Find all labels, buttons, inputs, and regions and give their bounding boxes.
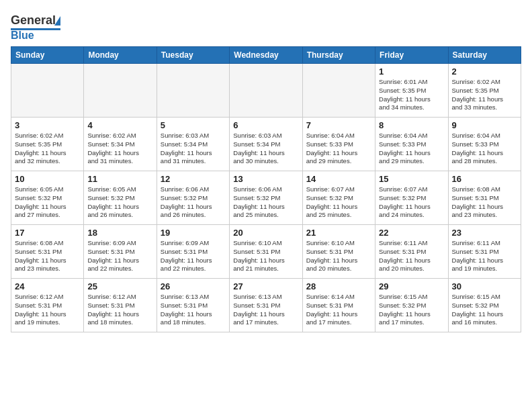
day-info: Sunrise: 6:06 AM Sunset: 5:32 PM Dayligh… xyxy=(161,185,226,220)
calendar-cell xyxy=(84,64,157,118)
svg-text:Blue: Blue xyxy=(11,30,34,41)
calendar-week-4: 17Sunrise: 6:08 AM Sunset: 5:31 PM Dayli… xyxy=(11,225,521,279)
day-info: Sunrise: 6:02 AM Sunset: 5:34 PM Dayligh… xyxy=(87,132,152,166)
day-info: Sunrise: 6:03 AM Sunset: 5:34 PM Dayligh… xyxy=(161,132,226,166)
day-info: Sunrise: 6:06 AM Sunset: 5:32 PM Dayligh… xyxy=(233,185,298,220)
day-info: Sunrise: 6:02 AM Sunset: 5:35 PM Dayligh… xyxy=(452,78,517,112)
calendar-week-5: 24Sunrise: 6:12 AM Sunset: 5:31 PM Dayli… xyxy=(11,279,521,332)
day-info: Sunrise: 6:09 AM Sunset: 5:31 PM Dayligh… xyxy=(87,239,152,273)
day-number: 4 xyxy=(87,120,152,130)
day-number: 18 xyxy=(87,228,152,238)
day-number: 9 xyxy=(452,120,517,130)
day-info: Sunrise: 6:03 AM Sunset: 5:34 PM Dayligh… xyxy=(233,132,298,166)
calendar-cell: 23Sunrise: 6:11 AM Sunset: 5:31 PM Dayli… xyxy=(448,225,521,279)
day-number: 15 xyxy=(379,174,444,184)
calendar-table: SundayMondayTuesdayWednesdayThursdayFrid… xyxy=(11,46,521,332)
day-number: 26 xyxy=(161,281,226,291)
day-info: Sunrise: 6:02 AM Sunset: 5:35 PM Dayligh… xyxy=(15,132,80,166)
calendar-cell: 3Sunrise: 6:02 AM Sunset: 5:35 PM Daylig… xyxy=(11,118,84,171)
day-of-week-saturday: Saturday xyxy=(448,47,521,64)
day-number: 29 xyxy=(379,281,444,291)
calendar-cell: 4Sunrise: 6:02 AM Sunset: 5:34 PM Daylig… xyxy=(84,118,157,171)
day-info: Sunrise: 6:09 AM Sunset: 5:31 PM Dayligh… xyxy=(161,239,226,273)
day-info: Sunrise: 6:07 AM Sunset: 5:32 PM Dayligh… xyxy=(306,185,371,220)
svg-text:General: General xyxy=(11,13,56,27)
day-number: 14 xyxy=(306,174,371,184)
calendar-cell: 17Sunrise: 6:08 AM Sunset: 5:31 PM Dayli… xyxy=(11,225,84,279)
day-info: Sunrise: 6:13 AM Sunset: 5:31 PM Dayligh… xyxy=(161,293,226,327)
calendar-cell: 1Sunrise: 6:01 AM Sunset: 5:35 PM Daylig… xyxy=(375,64,448,118)
day-info: Sunrise: 6:11 AM Sunset: 5:31 PM Dayligh… xyxy=(379,239,444,273)
calendar-cell: 10Sunrise: 6:05 AM Sunset: 5:32 PM Dayli… xyxy=(11,171,84,225)
day-info: Sunrise: 6:04 AM Sunset: 5:33 PM Dayligh… xyxy=(379,132,444,166)
calendar-cell: 27Sunrise: 6:13 AM Sunset: 5:31 PM Dayli… xyxy=(230,279,302,332)
day-info: Sunrise: 6:05 AM Sunset: 5:32 PM Dayligh… xyxy=(87,185,152,220)
day-info: Sunrise: 6:14 AM Sunset: 5:31 PM Dayligh… xyxy=(306,293,371,327)
day-number: 30 xyxy=(452,281,517,291)
day-number: 24 xyxy=(15,281,80,291)
day-number: 23 xyxy=(452,228,517,238)
day-info: Sunrise: 6:04 AM Sunset: 5:33 PM Dayligh… xyxy=(306,132,371,166)
day-number: 11 xyxy=(87,174,152,184)
calendar-cell xyxy=(157,64,229,118)
day-info: Sunrise: 6:10 AM Sunset: 5:31 PM Dayligh… xyxy=(233,239,298,273)
calendar-cell: 29Sunrise: 6:15 AM Sunset: 5:32 PM Dayli… xyxy=(375,279,448,332)
day-number: 7 xyxy=(306,120,371,130)
calendar-cell: 8Sunrise: 6:04 AM Sunset: 5:33 PM Daylig… xyxy=(375,118,448,171)
calendar-cell: 14Sunrise: 6:07 AM Sunset: 5:32 PM Dayli… xyxy=(302,171,375,225)
day-info: Sunrise: 6:05 AM Sunset: 5:32 PM Dayligh… xyxy=(15,185,80,220)
day-number: 2 xyxy=(452,66,517,77)
day-info: Sunrise: 6:08 AM Sunset: 5:31 PM Dayligh… xyxy=(15,239,80,273)
day-number: 27 xyxy=(233,281,298,291)
day-of-week-thursday: Thursday xyxy=(302,47,375,64)
calendar-cell: 30Sunrise: 6:15 AM Sunset: 5:32 PM Dayli… xyxy=(448,279,521,332)
day-number: 1 xyxy=(379,66,444,77)
day-info: Sunrise: 6:08 AM Sunset: 5:31 PM Dayligh… xyxy=(452,185,517,220)
logo-svg: General Blue xyxy=(11,11,64,41)
calendar-cell: 9Sunrise: 6:04 AM Sunset: 5:33 PM Daylig… xyxy=(448,118,521,171)
calendar-cell xyxy=(230,64,302,118)
calendar-cell: 18Sunrise: 6:09 AM Sunset: 5:31 PM Dayli… xyxy=(84,225,157,279)
day-info: Sunrise: 6:12 AM Sunset: 5:31 PM Dayligh… xyxy=(87,293,152,327)
calendar-header-row: SundayMondayTuesdayWednesdayThursdayFrid… xyxy=(11,47,521,64)
day-number: 16 xyxy=(452,174,517,184)
calendar-week-2: 3Sunrise: 6:02 AM Sunset: 5:35 PM Daylig… xyxy=(11,118,521,171)
calendar-cell: 2Sunrise: 6:02 AM Sunset: 5:35 PM Daylig… xyxy=(448,64,521,118)
day-number: 6 xyxy=(233,120,298,130)
calendar-week-1: 1Sunrise: 6:01 AM Sunset: 5:35 PM Daylig… xyxy=(11,64,521,118)
day-number: 3 xyxy=(15,120,80,130)
calendar-cell: 21Sunrise: 6:10 AM Sunset: 5:31 PM Dayli… xyxy=(302,225,375,279)
day-of-week-sunday: Sunday xyxy=(11,47,84,64)
day-number: 10 xyxy=(15,174,80,184)
day-info: Sunrise: 6:10 AM Sunset: 5:31 PM Dayligh… xyxy=(306,239,371,273)
day-info: Sunrise: 6:11 AM Sunset: 5:31 PM Dayligh… xyxy=(452,239,517,273)
day-info: Sunrise: 6:15 AM Sunset: 5:32 PM Dayligh… xyxy=(379,293,444,327)
day-info: Sunrise: 6:13 AM Sunset: 5:31 PM Dayligh… xyxy=(233,293,298,327)
calendar-cell: 16Sunrise: 6:08 AM Sunset: 5:31 PM Dayli… xyxy=(448,171,521,225)
calendar-cell: 24Sunrise: 6:12 AM Sunset: 5:31 PM Dayli… xyxy=(11,279,84,332)
day-info: Sunrise: 6:01 AM Sunset: 5:35 PM Dayligh… xyxy=(379,78,444,112)
calendar-cell: 5Sunrise: 6:03 AM Sunset: 5:34 PM Daylig… xyxy=(157,118,229,171)
calendar-cell: 25Sunrise: 6:12 AM Sunset: 5:31 PM Dayli… xyxy=(84,279,157,332)
calendar-cell: 26Sunrise: 6:13 AM Sunset: 5:31 PM Dayli… xyxy=(157,279,229,332)
day-number: 21 xyxy=(306,228,371,238)
calendar-cell: 11Sunrise: 6:05 AM Sunset: 5:32 PM Dayli… xyxy=(84,171,157,225)
calendar-cell: 19Sunrise: 6:09 AM Sunset: 5:31 PM Dayli… xyxy=(157,225,229,279)
day-of-week-tuesday: Tuesday xyxy=(157,47,229,64)
day-number: 22 xyxy=(379,228,444,238)
day-number: 19 xyxy=(161,228,226,238)
day-of-week-friday: Friday xyxy=(375,47,448,64)
calendar-week-3: 10Sunrise: 6:05 AM Sunset: 5:32 PM Dayli… xyxy=(11,171,521,225)
calendar-cell: 7Sunrise: 6:04 AM Sunset: 5:33 PM Daylig… xyxy=(302,118,375,171)
day-number: 20 xyxy=(233,228,298,238)
day-info: Sunrise: 6:12 AM Sunset: 5:31 PM Dayligh… xyxy=(15,293,80,327)
calendar-cell: 22Sunrise: 6:11 AM Sunset: 5:31 PM Dayli… xyxy=(375,225,448,279)
day-number: 25 xyxy=(87,281,152,291)
calendar-cell: 12Sunrise: 6:06 AM Sunset: 5:32 PM Dayli… xyxy=(157,171,229,225)
day-info: Sunrise: 6:15 AM Sunset: 5:32 PM Dayligh… xyxy=(452,293,517,327)
day-of-week-wednesday: Wednesday xyxy=(230,47,302,64)
day-number: 12 xyxy=(161,174,226,184)
day-info: Sunrise: 6:07 AM Sunset: 5:32 PM Dayligh… xyxy=(379,185,444,220)
calendar-cell xyxy=(11,64,84,118)
calendar-cell: 6Sunrise: 6:03 AM Sunset: 5:34 PM Daylig… xyxy=(230,118,302,171)
